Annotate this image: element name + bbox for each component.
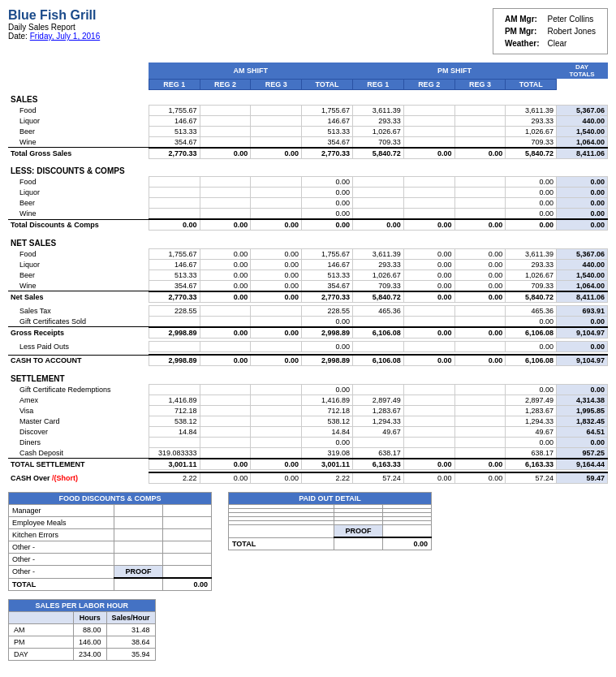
restaurant-name: Blue Fish Grill: [8, 8, 100, 23]
labor-row-pm: PM 146.00 38.64: [9, 636, 156, 649]
paid-out-panel: PAID OUT DETAIL PROOF TOTAL 0.00: [228, 492, 432, 591]
labor-am-hours: 88.00: [74, 624, 107, 636]
section-header-row: NET SALES: [8, 234, 608, 249]
labor-section: SALES PER LABOR HOUR Hours Sales/Hour AM…: [8, 599, 608, 661]
table-row: Discover14.8414.8449.6749.6764.51: [8, 426, 608, 437]
table-row: Sales Tax228.55228.55465.36465.36693.91: [8, 305, 608, 316]
fd-other3: Other -: [9, 566, 114, 579]
header-right: AM Mgr: Peter Collins PM Mgr: Robert Jon…: [493, 8, 608, 54]
am-reg3-header: REG 3: [251, 79, 302, 89]
food-discounts-panel: FOOD DISCOUNTS & COMPS Manager Employee …: [8, 492, 212, 591]
fd-total-label: TOTAL: [9, 578, 114, 591]
table-row: Gift Certificates Sold0.000.000.00: [8, 316, 608, 327]
table-row: Liquor0.000.000.00: [8, 188, 608, 198]
labor-day-hours: 234.00: [74, 649, 107, 661]
table-row: Gift Certificate Redemptions0.000.000.00: [8, 384, 608, 395]
table-row: Wine354.670.000.00354.67709.330.000.0070…: [8, 280, 608, 291]
pm-reg1-header: REG 1: [352, 79, 403, 89]
fd-proof-label: PROOF: [114, 566, 163, 579]
pm-reg2-header: REG 2: [403, 79, 454, 89]
cash-over-row: CASH Over /(Short)2.220.000.002.2257.240…: [8, 472, 608, 484]
table-row: Beer513.33513.331,026.671,026.671,540.00: [8, 126, 608, 136]
report-subtitle: Daily Sales Report: [8, 23, 100, 32]
table-row: Beer513.330.000.00513.331,026.670.000.00…: [8, 270, 608, 280]
section-header-row: SETTLEMENT: [8, 369, 608, 385]
fd-other1: Other -: [9, 541, 114, 554]
am-shift-header: AM SHIFT: [149, 63, 352, 79]
labor-table: SALES PER LABOR HOUR Hours Sales/Hour AM…: [8, 599, 156, 661]
main-report-table: AM SHIFT PM SHIFT DAYTOTALS REG 1 REG 2 …: [8, 63, 608, 484]
labor-pm-label: PM: [9, 636, 74, 649]
po-total-value: 0.00: [383, 537, 432, 550]
labor-title: SALES PER LABOR HOUR: [9, 600, 156, 612]
sales-hour-header: Sales/Hour: [106, 612, 155, 624]
pm-mgr-label: PM Mgr:: [502, 26, 543, 37]
am-reg2-header: REG 2: [200, 79, 251, 89]
table-row: Cash Deposit319.083333319.08638.17638.17…: [8, 447, 608, 459]
table-row: Food1,755.671,755.673,611.393,611.395,36…: [8, 105, 608, 115]
table-row: Liquor146.67146.67293.33293.33440.00: [8, 115, 608, 126]
pm-reg3-header: REG 3: [454, 79, 506, 89]
paid-out-table: PAID OUT DETAIL PROOF TOTAL 0.00: [228, 492, 432, 550]
labor-day-label: DAY: [9, 649, 74, 661]
table-row: Amex1,416.891,416.892,897.492,897.494,31…: [8, 395, 608, 405]
report-date: Date: Friday, July 1, 2016: [8, 32, 100, 41]
table-row: Wine0.000.000.00: [8, 209, 608, 220]
am-reg1-header: REG 1: [149, 79, 200, 89]
section-header-row: LESS: DISCOUNTS & COMPS: [8, 162, 608, 177]
po-total-label: TOTAL: [229, 537, 334, 550]
labor-row-day: DAY 234.00 35.94: [9, 649, 156, 661]
table-row: Net Sales2,770.330.000.002,770.335,840.7…: [8, 291, 608, 303]
table-row: Visa712.18712.181,283.671,283.671,995.85: [8, 405, 608, 416]
food-discounts-title: FOOD DISCOUNTS & COMPS: [9, 493, 212, 505]
labor-row-am: AM 88.00 31.48: [9, 624, 156, 636]
section-header-row: SALES: [8, 89, 608, 105]
table-row: TOTAL SETTLEMENT3,001.110.000.003,001.11…: [8, 459, 608, 470]
hours-header: Hours: [74, 612, 107, 624]
date-value[interactable]: Friday, July 1, 2016: [30, 32, 101, 41]
table-row: Total Gross Sales2,770.330.000.002,770.3…: [8, 148, 608, 159]
fd-other2: Other -: [9, 554, 114, 566]
pm-total-header: TOTAL: [506, 79, 557, 89]
pm-mgr-value: Robert Jones: [545, 26, 599, 37]
fd-total-value: 0.00: [163, 578, 212, 591]
table-row: CASH TO ACCOUNT2,998.890.000.002,998.896…: [8, 355, 608, 366]
labor-pm-sales: 38.64: [106, 636, 155, 649]
labor-pm-hours: 146.00: [74, 636, 107, 649]
fd-manager: Manager: [9, 505, 114, 517]
report-header: Blue Fish Grill Daily Sales Report Date:…: [8, 8, 608, 54]
table-row: Liquor146.670.000.00146.67293.330.000.00…: [8, 259, 608, 270]
header-left: Blue Fish Grill Daily Sales Report Date:…: [8, 8, 100, 54]
bottom-section: FOOD DISCOUNTS & COMPS Manager Employee …: [8, 492, 608, 591]
am-mgr-label: AM Mgr:: [502, 14, 543, 24]
food-discounts-table: FOOD DISCOUNTS & COMPS Manager Employee …: [8, 492, 212, 591]
labor-am-label: AM: [9, 624, 74, 636]
table-row: Wine354.67354.67709.33709.331,064.00: [8, 136, 608, 148]
am-total-header: TOTAL: [302, 79, 353, 89]
paid-out-title: PAID OUT DETAIL: [229, 493, 432, 505]
po-proof-label: PROOF: [334, 525, 383, 538]
fd-employee-meals: Employee Meals: [9, 517, 114, 529]
labor-day-sales: 35.94: [106, 649, 155, 661]
table-row: Master Card538.12538.121,294.331,294.331…: [8, 416, 608, 426]
table-row: Total Discounts & Comps0.000.000.000.000…: [8, 219, 608, 231]
date-label: Date:: [8, 32, 28, 41]
pm-shift-header: PM SHIFT: [352, 63, 556, 79]
table-row: Food0.000.000.00: [8, 177, 608, 188]
am-mgr-value: Peter Collins: [545, 14, 599, 24]
table-row: Less Paid Outs0.000.000.00: [8, 341, 608, 351]
table-row: Beer0.000.000.00: [8, 198, 608, 209]
fd-kitchen-errors: Kitchen Errors: [9, 529, 114, 541]
weather-label: Weather:: [502, 38, 543, 49]
table-row: Gross Receipts2,998.890.000.002,998.896,…: [8, 327, 608, 338]
day-totals-header: DAYTOTALS: [557, 63, 608, 79]
table-row: Diners0.000.000.00: [8, 437, 608, 447]
labor-am-sales: 31.48: [106, 624, 155, 636]
table-row: Food1,755.670.000.001,755.673,611.390.00…: [8, 248, 608, 259]
weather-value: Clear: [545, 38, 599, 49]
